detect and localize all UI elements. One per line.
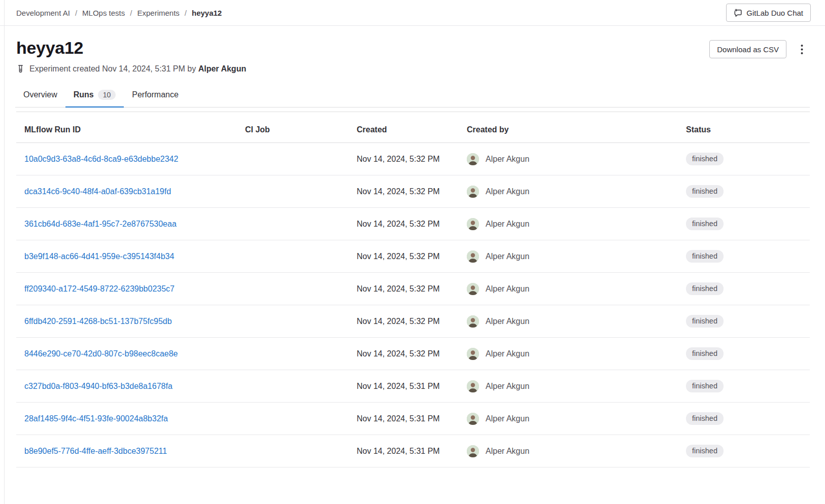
- created-by-link[interactable]: Alper Akgun: [467, 315, 670, 328]
- breadcrumb-item-experiments[interactable]: Experiments: [137, 9, 179, 17]
- run-id-link[interactable]: 361cb64d-683e-4af1-95c7-2e8767530eaa: [24, 220, 177, 228]
- table-row: b8e90ef5-776d-4ffe-aeff-3dbce3975211 Nov…: [16, 435, 810, 467]
- created-by-link[interactable]: Alper Akgun: [467, 250, 670, 263]
- user-avatar: [467, 445, 479, 457]
- created-by-name: Alper Akgun: [486, 447, 529, 456]
- more-actions-kebab-button[interactable]: [794, 40, 810, 58]
- breadcrumb-item-development-ai[interactable]: Development AI: [16, 9, 70, 17]
- table-row: 28af1485-9f4c-4f51-93fe-90024a8b32fa Nov…: [16, 403, 810, 435]
- created-by-name: Alper Akgun: [486, 252, 529, 261]
- vertical-ellipsis-icon: [801, 44, 803, 55]
- column-header-created: Created: [349, 112, 459, 143]
- run-status-badge: finished: [686, 153, 724, 165]
- table-row: 361cb64d-683e-4af1-95c7-2e8767530eaa Nov…: [16, 208, 810, 240]
- created-cell: Nov 14, 2024, 5:32 PM: [349, 338, 459, 370]
- created-by-link[interactable]: Alper Akgun: [467, 186, 670, 198]
- ci-job-cell: [237, 208, 349, 240]
- user-avatar: [467, 218, 479, 230]
- duo-chat-label: GitLab Duo Chat: [746, 9, 803, 17]
- created-cell: Nov 14, 2024, 5:32 PM: [349, 240, 459, 273]
- created-by-name: Alper Akgun: [486, 317, 529, 326]
- table-row: c327bd0a-f803-4940-bf63-b3de8a1678fa Nov…: [16, 370, 810, 403]
- table-row: ff209340-a172-4549-8722-6239bb0235c7 Nov…: [16, 273, 810, 305]
- gitlab-duo-chat-button[interactable]: GitLab Duo Chat: [726, 4, 811, 22]
- ci-job-cell: [237, 175, 349, 208]
- run-id-link[interactable]: b8e90ef5-776d-4ffe-aeff-3dbce3975211: [24, 447, 167, 455]
- run-status-badge: finished: [686, 282, 724, 295]
- created-cell: Nov 14, 2024, 5:32 PM: [349, 273, 459, 305]
- run-status-badge: finished: [686, 347, 724, 360]
- breadcrumb: Development AI / MLOps tests / Experimen…: [16, 9, 222, 17]
- tab-overview[interactable]: Overview: [15, 85, 65, 107]
- ci-job-cell: [237, 143, 349, 175]
- column-header-mlflow-run-id: MLflow Run ID: [16, 112, 237, 143]
- breadcrumb-bar: Development AI / MLOps tests / Experimen…: [0, 0, 825, 26]
- created-by-name: Alper Akgun: [486, 414, 529, 423]
- column-header-ci-job: CI Job: [237, 112, 349, 143]
- ci-job-cell: [237, 273, 349, 305]
- breadcrumb-item-mlops-tests[interactable]: MLOps tests: [82, 9, 125, 17]
- experiment-created-timestamp: Nov 14, 2024, 5:31 PM: [102, 64, 185, 73]
- user-avatar: [467, 380, 479, 392]
- ci-job-cell: [237, 435, 349, 467]
- run-status-badge: finished: [686, 218, 724, 230]
- user-avatar: [467, 413, 479, 425]
- breadcrumb-separator: /: [75, 9, 77, 17]
- run-id-link[interactable]: 6ffdb420-2591-4268-bc51-137b75fc95db: [24, 317, 172, 326]
- runs-count-badge: 10: [98, 90, 116, 100]
- collapsed-sidebar-edge: [4, 0, 5, 504]
- table-row: 10a0c9d3-63a8-4c6d-8ca9-e63debbe2342 Nov…: [16, 143, 810, 175]
- tab-runs[interactable]: Runs 10: [65, 85, 124, 107]
- created-cell: Nov 14, 2024, 5:32 PM: [349, 143, 459, 175]
- run-status-badge: finished: [686, 412, 724, 425]
- table-row: b3e9f148-ac66-4d41-959e-c395143f4b34 Nov…: [16, 240, 810, 273]
- run-id-link[interactable]: 28af1485-9f4c-4f51-93fe-90024a8b32fa: [24, 414, 168, 423]
- created-by-name: Alper Akgun: [486, 284, 529, 294]
- created-by-link[interactable]: Alper Akgun: [467, 218, 670, 230]
- run-id-link[interactable]: 10a0c9d3-63a8-4c6d-8ca9-e63debbe2342: [24, 155, 178, 163]
- experiment-meta-text: Experiment created Nov 14, 2024, 5:31 PM…: [29, 64, 246, 74]
- run-id-link[interactable]: c327bd0a-f803-4940-bf63-b3de8a1678fa: [24, 382, 173, 390]
- table-row: 6ffdb420-2591-4268-bc51-137b75fc95db Nov…: [16, 305, 810, 338]
- created-by-link[interactable]: Alper Akgun: [467, 380, 670, 392]
- created-cell: Nov 14, 2024, 5:31 PM: [349, 435, 459, 467]
- created-by-link[interactable]: Alper Akgun: [467, 283, 670, 295]
- created-by-link[interactable]: Alper Akgun: [467, 153, 670, 165]
- created-by-name: Alper Akgun: [486, 155, 529, 164]
- ci-job-cell: [237, 370, 349, 403]
- run-status-badge: finished: [686, 445, 724, 457]
- run-id-link[interactable]: ff209340-a172-4549-8722-6239bb0235c7: [24, 284, 175, 293]
- table-header-row: MLflow Run ID CI Job Created Created by …: [16, 112, 810, 143]
- breadcrumb-separator: /: [185, 9, 187, 17]
- run-id-link[interactable]: dca314c6-9c40-48f4-a0af-639cb31a19fd: [24, 187, 171, 196]
- ci-job-cell: [237, 338, 349, 370]
- run-id-link[interactable]: 8446e290-ce70-42d0-807c-b98eec8cae8e: [24, 349, 178, 358]
- table-row: 8446e290-ce70-42d0-807c-b98eec8cae8e Nov…: [16, 338, 810, 370]
- user-avatar: [467, 348, 479, 360]
- created-cell: Nov 14, 2024, 5:32 PM: [349, 175, 459, 208]
- ci-job-cell: [237, 305, 349, 338]
- user-avatar: [467, 315, 479, 328]
- run-id-link[interactable]: b3e9f148-ac66-4d41-959e-c395143f4b34: [24, 252, 174, 261]
- run-status-badge: finished: [686, 185, 724, 198]
- run-status-badge: finished: [686, 250, 724, 263]
- experiment-test-tube-icon: [16, 64, 25, 74]
- created-cell: Nov 14, 2024, 5:31 PM: [349, 370, 459, 403]
- user-avatar: [467, 186, 479, 198]
- created-by-link[interactable]: Alper Akgun: [467, 413, 670, 425]
- created-by-link[interactable]: Alper Akgun: [467, 348, 670, 360]
- breadcrumb-separator: /: [130, 9, 132, 17]
- created-by-name: Alper Akgun: [486, 382, 529, 391]
- column-header-created-by: Created by: [459, 112, 678, 143]
- tab-performance[interactable]: Performance: [124, 85, 187, 107]
- created-by-link[interactable]: Alper Akgun: [467, 445, 670, 457]
- experiment-tabs: Overview Runs 10 Performance: [15, 85, 810, 107]
- breadcrumb-item-current: heyya12: [192, 9, 222, 17]
- created-by-name: Alper Akgun: [486, 349, 529, 358]
- run-status-badge: finished: [686, 315, 724, 328]
- user-avatar: [467, 153, 479, 165]
- experiment-meta: Experiment created Nov 14, 2024, 5:31 PM…: [16, 64, 825, 74]
- download-csv-button[interactable]: Download as CSV: [709, 40, 786, 58]
- created-by-name: Alper Akgun: [486, 220, 529, 229]
- duo-chat-icon: [734, 9, 742, 17]
